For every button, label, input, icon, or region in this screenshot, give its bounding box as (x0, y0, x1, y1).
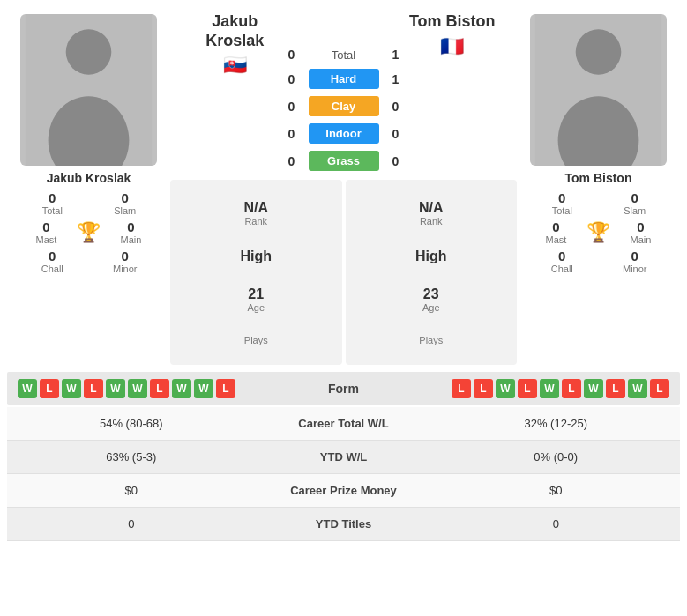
form-badge-p1: L (216, 379, 235, 398)
player2-mast-value: 0 (527, 219, 585, 234)
form-label: Form (328, 382, 359, 396)
player2-chall-stat: 0 Chall (527, 249, 597, 274)
player2-level-block: High (415, 249, 447, 264)
player2-age-label: Age (422, 302, 440, 313)
player2-slam-value: 0 (601, 190, 670, 205)
player1-slam-value: 0 (91, 190, 161, 205)
trophy2-icon: 🏆 (586, 221, 610, 244)
form-badge-p2: W (496, 379, 515, 398)
player1-minor-label: Minor (91, 263, 161, 274)
player1-main-stat: 0 Main (102, 219, 160, 245)
p2-clay-score: 0 (386, 100, 406, 114)
player1-name: Jakub Kroslak (47, 171, 131, 185)
player1-main-value: 0 (102, 219, 160, 234)
player2-total-stat: 0 Total (527, 190, 597, 216)
player1-mast-label: Mast (18, 234, 75, 245)
hard-badge: Hard (309, 69, 379, 89)
form-badge-p2: L (606, 379, 625, 398)
player1-total-value: 0 (18, 190, 87, 205)
player1-plays-label: Plays (244, 335, 268, 345)
player2-flag: 🇫🇷 (406, 35, 500, 58)
svg-point-4 (576, 29, 622, 75)
player1-form-badges: WLWLWWLWWL (18, 379, 235, 398)
player2-total-label: Total (527, 205, 597, 216)
player2-rank-block: N/A Rank (419, 200, 444, 226)
player2-level-value: High (415, 249, 447, 264)
form-badge-p1: W (128, 379, 147, 398)
p2-indoor-score: 0 (386, 127, 406, 141)
player1-name-top: JakubKroslak (188, 12, 282, 50)
p1-total-score: 0 (282, 48, 302, 62)
p1-indoor-score: 0 (282, 127, 302, 141)
player2-slam-stat: 0 Slam (601, 190, 670, 216)
stats-p1-value: 0 (7, 508, 256, 540)
p2-hard-score: 1 (386, 72, 406, 86)
stats-p1-value: $0 (7, 474, 256, 507)
form-badge-p1: W (62, 379, 81, 398)
p1-clay-score: 0 (282, 100, 302, 114)
player2-main-stat: 0 Main (612, 219, 669, 245)
clay-badge: Clay (309, 96, 379, 116)
stats-label: YTD Titles (256, 508, 432, 540)
player2-mast-label: Mast (527, 234, 585, 245)
form-badge-p1: W (172, 379, 191, 398)
player1-mast-stat: 0 Mast (18, 219, 75, 245)
player1-rank-block: N/A Rank (243, 200, 268, 226)
player2-mast-stat: 0 Mast (527, 219, 585, 245)
player1-age-label: Age (247, 302, 265, 313)
stats-label: Career Prize Money (256, 474, 432, 507)
player1-chall-stat: 0 Chall (18, 249, 87, 274)
player1-slam-stat: 0 Slam (91, 190, 161, 216)
stats-p2-value: $0 (432, 474, 681, 507)
player2-plays-block: Plays (419, 335, 443, 345)
form-badge-p2: L (650, 379, 669, 398)
center-section: JakubKroslak 🇸🇰 0 Total 1 0 Hard 1 (170, 7, 517, 365)
stats-label: Career Total W/L (256, 407, 432, 440)
player1-slam-label: Slam (91, 205, 161, 216)
stats-table: 54% (80-68) Career Total W/L 32% (12-25)… (7, 407, 680, 541)
player2-main-value: 0 (612, 219, 669, 234)
form-badge-p1: W (106, 379, 125, 398)
player2-total-value: 0 (527, 190, 597, 205)
player1-photo (20, 14, 157, 166)
player2-info-panel: N/A Rank High 23 Age Plays (346, 180, 518, 365)
player2-name-top: Tom Biston (406, 12, 500, 32)
stats-row: 54% (80-68) Career Total W/L 32% (12-25) (7, 407, 680, 441)
player2-chall-value: 0 (527, 249, 597, 263)
player1-minor-stat: 0 Minor (91, 249, 161, 274)
player1-total-label: Total (18, 205, 87, 216)
player2-minor-stat: 0 Minor (601, 249, 670, 274)
form-badge-p2: W (584, 379, 603, 398)
p2-grass-score: 0 (386, 154, 406, 168)
player1-mast-value: 0 (18, 219, 75, 234)
form-badge-p1: L (84, 379, 103, 398)
form-badge-p2: L (452, 379, 471, 398)
player2-chall-label: Chall (527, 263, 597, 274)
player2-age-block: 23 Age (422, 286, 440, 313)
player2-form-badges: LLWLWLWLWL (452, 379, 669, 398)
player1-chall-value: 0 (18, 249, 87, 263)
form-badge-p2: W (540, 379, 559, 398)
form-section: WLWLWWLWWL Form LLWLWLWLWL (7, 372, 680, 405)
p1-grass-score: 0 (282, 154, 302, 168)
player2-plays-label: Plays (419, 335, 443, 345)
player1-minor-value: 0 (91, 249, 161, 263)
trophy1-icon: 🏆 (77, 221, 101, 244)
indoor-badge: Indoor (309, 123, 379, 144)
player1-rank-label: Rank (243, 216, 268, 226)
player1-main-label: Main (102, 234, 160, 245)
stats-label: YTD W/L (256, 441, 432, 473)
player2-name: Tom Biston (565, 171, 632, 185)
player1-level-block: High (240, 249, 272, 264)
grass-badge: Grass (309, 151, 379, 171)
svg-point-1 (66, 29, 112, 75)
form-badge-p1: L (150, 379, 169, 398)
stats-p1-value: 63% (5-3) (7, 441, 256, 473)
form-badge-p1: W (194, 379, 213, 398)
player2-minor-label: Minor (601, 263, 670, 274)
player2-minor-value: 0 (601, 249, 670, 263)
player2-age-value: 23 (422, 286, 440, 302)
form-badge-p2: L (518, 379, 537, 398)
player1-total-stat: 0 Total (18, 190, 87, 216)
p1-hard-score: 0 (282, 72, 302, 86)
